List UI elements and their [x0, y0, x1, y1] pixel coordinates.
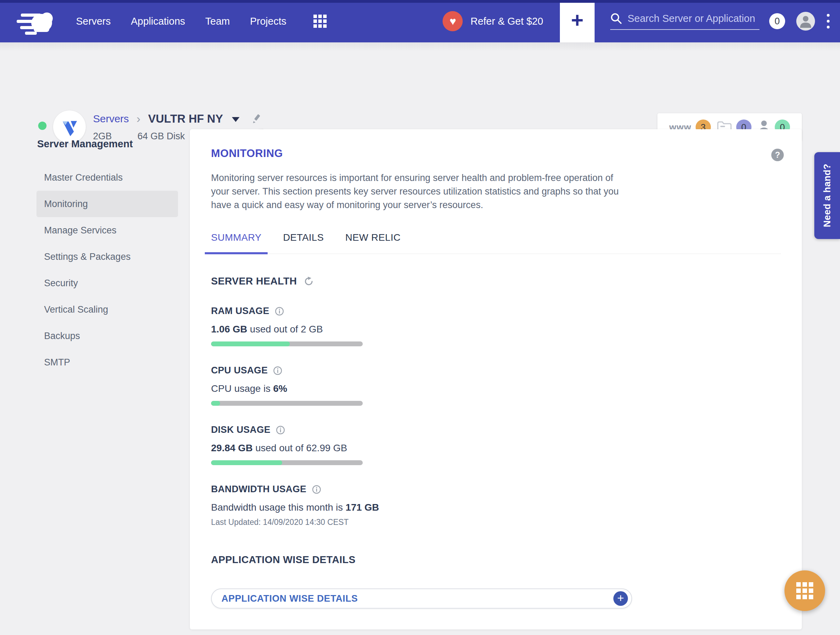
nav-item-applications[interactable]: Applications — [131, 16, 185, 27]
tab-details[interactable]: DETAILS — [283, 232, 324, 253]
cpu-usage-label: CPU USAGE — [211, 365, 268, 376]
metric-bandwidth: BANDWIDTH USAGE Bandwidth usage this mon… — [211, 484, 781, 527]
cloudways-logo[interactable] — [14, 7, 58, 35]
top-strip — [0, 0, 840, 3]
application-wise-details-button-label: APPLICATION WISE DETAILS — [221, 593, 358, 604]
grid-icon — [796, 582, 813, 599]
disk-progress-bar — [211, 460, 363, 465]
sidebar-item-settings-packages[interactable]: Settings & Packages — [36, 244, 178, 270]
edit-pencil-icon[interactable] — [251, 114, 262, 124]
disk-progress-fill — [211, 460, 282, 465]
page-title: MONITORING — [211, 147, 781, 160]
sidebar-item-monitoring[interactable]: Monitoring — [36, 191, 178, 217]
bandwidth-usage-label: BANDWIDTH USAGE — [211, 484, 306, 495]
nav-item-team[interactable]: Team — [205, 16, 230, 27]
disk-usage-label: DISK USAGE — [211, 424, 270, 435]
page-description: Monitoring server resources is important… — [211, 171, 633, 212]
cpu-progress-fill — [211, 401, 220, 406]
plus-icon: + — [571, 10, 584, 31]
sidebar-item-master-credentials[interactable]: Master Credentials — [36, 164, 178, 191]
info-icon[interactable] — [276, 426, 285, 435]
nav-menu: Servers Applications Team Projects — [76, 16, 286, 27]
monitoring-card: MONITORING ? Monitoring server resources… — [190, 129, 802, 629]
breadcrumb-chevron: › — [136, 112, 140, 125]
info-icon[interactable] — [275, 307, 284, 316]
ram-progress-bar — [211, 342, 363, 346]
refer-button[interactable]: ♥ Refer & Get $20 — [442, 11, 543, 31]
content: Server Management Master Credentials Mon… — [0, 129, 840, 629]
refresh-icon[interactable] — [304, 276, 314, 287]
sidebar: Server Management Master Credentials Mon… — [0, 129, 190, 375]
sidebar-item-smtp[interactable]: SMTP — [36, 349, 178, 375]
quick-menu-fab[interactable] — [785, 570, 825, 611]
notification-count-badge[interactable]: 0 — [769, 13, 785, 29]
user-avatar[interactable] — [796, 12, 815, 30]
plus-circle-icon[interactable]: + — [613, 591, 628, 606]
metric-disk: DISK USAGE 29.84 GB used out of 62.99 GB — [211, 424, 781, 465]
application-wise-details-button[interactable]: APPLICATION WISE DETAILS + — [211, 589, 632, 609]
ram-progress-fill — [211, 342, 290, 346]
help-icon[interactable]: ? — [771, 149, 784, 161]
need-a-hand-label: Need a hand? — [822, 164, 833, 227]
breadcrumb: Servers › VULTR HF NY — [93, 112, 262, 125]
metric-cpu: CPU USAGE CPU usage is 6% — [211, 365, 781, 406]
info-icon[interactable] — [312, 485, 321, 494]
ram-usage-label: RAM USAGE — [211, 306, 269, 317]
disk-usage-value: 29.84 GB used out of 62.99 GB — [211, 443, 781, 454]
server-header: Servers › VULTR HF NY 2GB 64 GB Disk Vul… — [0, 43, 840, 129]
top-nav: Servers Applications Team Projects ♥ Ref… — [0, 0, 840, 43]
search-input[interactable] — [628, 13, 759, 24]
kebab-menu-icon[interactable] — [827, 14, 830, 29]
sidebar-title: Server Management — [37, 138, 190, 150]
metric-ram: RAM USAGE 1.06 GB used out of 2 GB — [211, 306, 781, 346]
apps-grid-icon[interactable] — [313, 14, 327, 28]
server-name[interactable]: VULTR HF NY — [148, 112, 223, 125]
bandwidth-last-updated: Last Updated: 14/09/2020 14:30 CEST — [211, 518, 781, 527]
sidebar-item-security[interactable]: Security — [36, 270, 178, 296]
nav-item-projects[interactable]: Projects — [250, 16, 286, 27]
need-a-hand-tab[interactable]: Need a hand? — [814, 152, 840, 239]
heart-icon: ♥ — [442, 11, 463, 31]
add-server-button[interactable]: + — [560, 0, 595, 43]
server-health-title: SERVER HEALTH — [211, 276, 297, 287]
sidebar-item-vertical-scaling[interactable]: Vertical Scaling — [36, 296, 178, 323]
ram-usage-value: 1.06 GB used out of 2 GB — [211, 324, 781, 335]
nav-item-servers[interactable]: Servers — [76, 16, 111, 27]
sidebar-item-manage-services[interactable]: Manage Services — [36, 217, 178, 244]
breadcrumb-servers-link[interactable]: Servers — [93, 113, 129, 125]
sidebar-item-backups[interactable]: Backups — [36, 323, 178, 349]
status-dot — [38, 122, 46, 130]
refer-label: Refer & Get $20 — [471, 16, 543, 27]
cpu-usage-value: CPU usage is 6% — [211, 383, 781, 394]
tab-bar: SUMMARY DETAILS NEW RELIC — [211, 232, 781, 254]
application-wise-details-title: APPLICATION WISE DETAILS — [211, 554, 781, 565]
info-icon[interactable] — [273, 366, 282, 375]
tab-new-relic[interactable]: NEW RELIC — [345, 232, 401, 253]
bandwidth-usage-value: Bandwidth usage this month is 171 GB — [211, 502, 781, 513]
cpu-progress-bar — [211, 401, 363, 406]
search-bar[interactable] — [610, 13, 759, 30]
search-icon — [610, 13, 622, 24]
chevron-down-icon[interactable] — [232, 117, 240, 122]
user-icon — [796, 12, 815, 30]
tab-summary[interactable]: SUMMARY — [211, 232, 261, 253]
